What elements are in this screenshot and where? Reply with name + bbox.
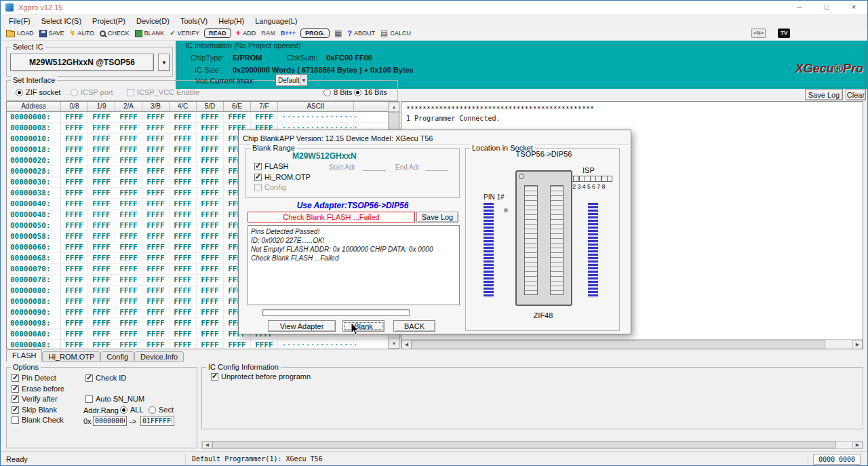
hex-cell[interactable]: FFFF (170, 275, 197, 285)
hex-cell[interactable]: FFFF (142, 286, 170, 296)
hex-cell[interactable]: FFFF (197, 155, 224, 166)
hex-cell[interactable]: FFFF (197, 253, 224, 263)
hex-cell[interactable]: FFFF (170, 188, 197, 198)
hex-cell[interactable]: FFFF (142, 307, 170, 317)
hex-cell[interactable]: FFFF (88, 307, 115, 317)
addr-range-from-input[interactable] (93, 416, 127, 426)
menu-item-languagel[interactable]: Language(L) (250, 17, 302, 25)
hex-cell[interactable]: FFFF (115, 318, 142, 328)
hex-cell[interactable]: FFFF (142, 210, 170, 220)
hex-cell[interactable]: FFFF (170, 177, 197, 187)
hex-cell[interactable]: FFFF (88, 210, 115, 220)
hex-cell[interactable]: FFFF (170, 166, 197, 176)
hex-cell[interactable]: FFFF (61, 296, 88, 307)
verify-after-checkbox[interactable]: Verify after (12, 395, 58, 403)
hex-cell[interactable]: FFFF (115, 177, 142, 187)
hex-cell[interactable]: FFFF (88, 329, 115, 339)
addr-range-all-radio[interactable]: ALL (120, 406, 144, 414)
zif-socket-radio[interactable]: ZIF socket (16, 88, 60, 96)
pin-detect-checkbox[interactable]: Pin Detect (12, 374, 56, 382)
scroll-thumb[interactable] (212, 442, 836, 448)
dialog-save-log-button[interactable]: Save Log (416, 212, 458, 222)
hex-cell[interactable]: FFFF (197, 275, 224, 285)
hex-cell[interactable]: FFFF (61, 166, 88, 176)
hex-cell[interactable]: FFFF (115, 123, 142, 133)
close-button[interactable]: × (840, 1, 867, 14)
hex-cell[interactable]: FFFF (61, 329, 88, 339)
hex-cell[interactable]: FFFF (142, 340, 170, 349)
blank-button[interactable]: Blank (342, 320, 384, 332)
view-adapter-button[interactable]: View Adapter (268, 320, 336, 332)
bits-16-radio[interactable]: 16 Bits (354, 88, 387, 96)
toolbar-gridmap-button[interactable]: ▦ (332, 28, 344, 38)
hex-cell[interactable]: FFFF (142, 275, 170, 285)
tab-device-info[interactable]: Device.Info (134, 351, 184, 362)
hex-cell[interactable]: FFFF (142, 188, 170, 198)
hex-cell[interactable]: FFFF (197, 123, 224, 133)
scroll-thumb[interactable] (412, 340, 825, 349)
addr-range-to-input[interactable] (140, 416, 174, 426)
hex-cell[interactable]: FFFF (251, 340, 278, 349)
hex-cell[interactable]: FFFF (61, 144, 88, 155)
hex-cell[interactable]: FFFF (170, 144, 197, 155)
hex-cell[interactable]: FFFF (197, 231, 224, 241)
hex-cell[interactable]: FFFF (115, 199, 142, 209)
toolbar-blank-button[interactable]: BLANK (132, 29, 167, 38)
hex-cell[interactable]: FFFF (115, 340, 142, 349)
hex-cell[interactable]: FFFF (88, 188, 115, 198)
hex-cell[interactable]: FFFF (88, 199, 115, 209)
hex-cell[interactable]: FFFF (115, 242, 142, 252)
scroll-up-arrow[interactable]: ▲ (389, 102, 399, 112)
hex-cell[interactable]: FFFF (61, 340, 88, 349)
hex-cell[interactable]: FFFF (224, 340, 251, 349)
toolbar-about-button[interactable]: ?ABOUT (344, 28, 378, 38)
hex-cell[interactable]: FFFF (61, 134, 88, 144)
hex-cell[interactable]: FFFF (115, 307, 142, 317)
hex-cell[interactable]: FFFF (142, 144, 170, 155)
menu-item-helph[interactable]: Help(H) (213, 17, 250, 25)
hex-cell[interactable]: FFFF (88, 253, 115, 263)
menu-item-selectics[interactable]: Select IC(S) (36, 17, 87, 25)
hex-cell[interactable]: FFFF (170, 318, 197, 328)
hex-cell[interactable]: FFFF (61, 177, 88, 187)
hex-cell[interactable]: FFFF (197, 340, 224, 349)
hex-cell[interactable]: FFFF (88, 296, 115, 307)
hex-cell[interactable]: FFFF (115, 264, 142, 274)
tab-hi-rom-otp[interactable]: Hi_ROM.OTP (42, 351, 100, 362)
hex-cell[interactable]: FFFF (88, 144, 115, 155)
hex-cell[interactable]: FFFF (142, 199, 170, 209)
hex-cell[interactable]: FFFF (115, 253, 142, 263)
hex-cell[interactable]: FFFF (170, 242, 197, 252)
toolbar-tv-button[interactable]: TV (775, 28, 793, 39)
hi-rom-otp-checkbox[interactable]: Hi_ROM.OTP (254, 173, 311, 181)
toolbar-auto-button[interactable]: ↯AUTO (67, 28, 97, 38)
hex-cell[interactable]: FFFF (88, 166, 115, 176)
hex-cell[interactable]: FFFF (115, 188, 142, 198)
hex-cell[interactable]: FFFF (170, 340, 197, 349)
minimize-button[interactable]: ─ (786, 1, 813, 14)
hex-cell[interactable]: FFFF (142, 296, 170, 307)
vcc-imax-select[interactable]: Default ▼ (275, 74, 308, 86)
blank-check-checkbox[interactable]: Blank Check (12, 416, 64, 424)
hex-cell[interactable]: FFFF (142, 231, 170, 241)
hex-cell[interactable]: FFFF (88, 286, 115, 296)
hex-cell[interactable]: FFFF (88, 220, 115, 231)
hex-cell[interactable]: FFFF (197, 199, 224, 209)
hex-cell[interactable]: FFFF (142, 166, 170, 176)
hex-cell[interactable]: FFFF (197, 307, 224, 317)
tab-config[interactable]: Config (100, 351, 134, 362)
icsp-vcc-enable-checkbox[interactable]: ICSP_VCC Enable (127, 88, 199, 96)
hex-cell[interactable]: FFFF (170, 329, 197, 339)
skip-blank-checkbox[interactable]: Skip Blank (12, 406, 57, 414)
hex-cell[interactable]: FFFF (88, 275, 115, 285)
hex-cell[interactable]: FFFF (88, 112, 115, 122)
hex-cell[interactable]: FFFF (197, 134, 224, 144)
toolbar-save-button[interactable]: SAVE (37, 29, 67, 38)
hex-cell[interactable]: FFFF (61, 220, 88, 231)
bottom-horizontal-scrollbar[interactable]: ◀ ▶ (201, 441, 863, 449)
hex-cell[interactable]: FFFF (170, 155, 197, 166)
scroll-left-arrow[interactable]: ◀ (202, 442, 212, 448)
hex-cell[interactable]: FFFF (61, 112, 88, 122)
save-log-button[interactable]: Save Log (805, 89, 843, 100)
hex-cell[interactable]: FFFF (61, 188, 88, 198)
